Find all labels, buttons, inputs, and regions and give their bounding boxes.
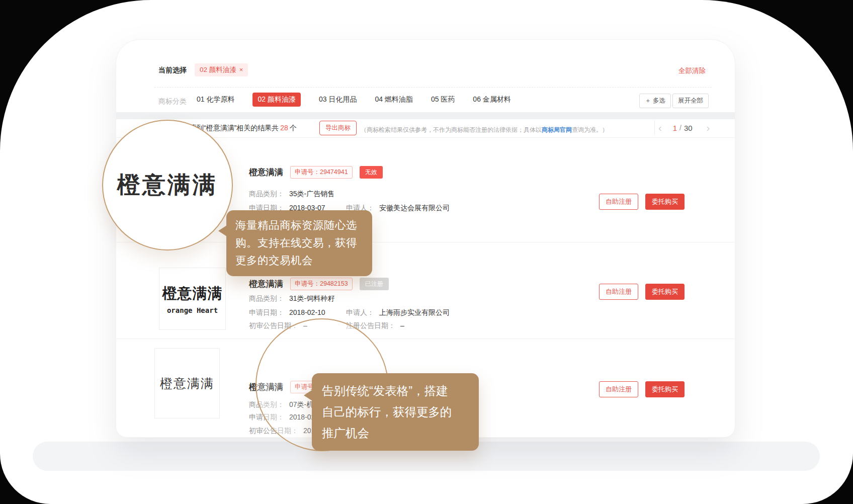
trademark-office-link[interactable]: 商标局官网: [542, 126, 572, 133]
applicant-value: 上海雨步实业有限公司: [379, 308, 450, 316]
category-item-03[interactable]: 03 日化用品: [319, 95, 357, 104]
application-number-tag: 申请号：29474941: [290, 166, 353, 179]
applicant-label: 申请人：: [346, 308, 374, 316]
next-page-icon[interactable]: ›: [707, 123, 710, 133]
row-2-date-line: 申请日期：2018-02-10 申请人：上海雨步实业有限公司: [249, 308, 325, 317]
category-item-04[interactable]: 04 燃料油脂: [375, 95, 412, 104]
close-icon[interactable]: ×: [239, 66, 243, 73]
selected-filter-tag-label: 02 颜料油漆: [200, 66, 236, 73]
current-page: 1: [673, 124, 677, 132]
row-1-category-line: 商品类别：35类-广告销售: [249, 190, 334, 199]
apply-date-value: 2018-02-10: [289, 308, 325, 316]
category-label: 商品类别：: [249, 190, 284, 198]
trademark-image[interactable]: 橙意满满: [154, 348, 220, 418]
category-value: 35类-广告销售: [289, 190, 334, 198]
expand-all-button[interactable]: 展开全部: [672, 94, 709, 108]
status-badge-registered: 已注册: [360, 278, 389, 290]
current-selection-label: 当前选择: [158, 66, 187, 75]
application-number-label: 申请号：: [295, 169, 320, 176]
trademark-name[interactable]: 橙意满满: [249, 278, 283, 290]
row-3-actions: 自助注册 委托购买: [599, 381, 685, 397]
results-count: 28: [280, 124, 288, 132]
results-summary-unit: 个: [290, 124, 297, 132]
category-item-05[interactable]: 05 医药: [431, 95, 455, 104]
application-number-tag: 申请号：29482153: [290, 278, 353, 290]
total-pages: 30: [684, 124, 693, 132]
application-number-value: 29474941: [320, 169, 348, 176]
row-2-actions: 自助注册 委托购买: [599, 284, 685, 300]
status-badge-invalid: 无效: [360, 166, 383, 179]
disclaimer-prefix: （商标检索结果仅供参考，不作为商标能否注册的法律依据；具体以: [361, 126, 542, 133]
trademark-image[interactable]: 橙意满满 orange Heart: [159, 268, 226, 330]
application-number-label: 申请号：: [295, 280, 320, 287]
page: 当前选择 02 颜料油漆× 全部清除 商标分类 01 化学原料 02 颜料油漆 …: [0, 0, 853, 504]
tooltip-line: 购。支持在线交易，获得: [235, 234, 363, 252]
trademark-name[interactable]: 橙意满满: [249, 166, 283, 178]
disclaimer-suffix: 查询为准。）: [572, 126, 608, 133]
dashed-divider: [154, 87, 712, 88]
tooltip-line: 海量精品商标资源随心选: [235, 217, 363, 234]
entrust-buy-button[interactable]: 委托购买: [645, 194, 685, 210]
category-nav: 01 化学原料 02 颜料油漆 03 日化用品 04 燃料油脂 05 医药 06…: [197, 93, 511, 107]
tooltip-line: 推广机会: [322, 423, 469, 444]
pagination: ‹ 1 / 30 ›: [658, 121, 710, 134]
self-register-button[interactable]: 自助注册: [599, 381, 638, 397]
self-register-button[interactable]: 自助注册: [599, 284, 638, 300]
apply-date-label: 申请日期：: [249, 308, 284, 316]
disclaimer: （商标检索结果仅供参考，不作为商标能否注册的法律依据；具体以商标局官网查询为准。…: [361, 126, 608, 134]
category-label: 商品类别：: [249, 294, 284, 302]
reg-notice-value: –: [400, 321, 404, 329]
category-value: 31类-饲料种籽: [289, 294, 334, 302]
row-2-applicant: 申请人：上海雨步实业有限公司: [346, 308, 450, 317]
entrust-buy-button[interactable]: 委托购买: [645, 381, 685, 397]
panel-gap: [116, 112, 735, 119]
export-trademark-button[interactable]: 导出商标: [319, 121, 357, 135]
tooltip-line: 告别传统“发表格”，搭建: [322, 380, 469, 401]
applicant-value: 安徽美达会展有限公司: [379, 204, 450, 212]
prev-page-icon[interactable]: ‹: [658, 123, 662, 133]
row-1-actions: 自助注册 委托购买: [599, 194, 685, 210]
magnifier-circle-1: 橙意满满: [102, 120, 233, 250]
magnified-trademark-text: 橙意满满: [117, 170, 218, 201]
multi-select-button[interactable]: ＋ 多选: [639, 94, 671, 108]
row-2-category-line: 商品类别：31类-饲料种籽: [249, 294, 334, 303]
page-separator: /: [679, 124, 681, 132]
selected-filter-tag[interactable]: 02 颜料油漆×: [195, 63, 248, 76]
entrust-buy-button[interactable]: 委托购买: [645, 284, 685, 300]
tooltip-promotion: 告别传统“发表格”，搭建 自己的标行，获得更多的 推广机会: [312, 373, 479, 451]
category-item-01[interactable]: 01 化学原料: [197, 95, 234, 104]
trademark-image-text: 橙意满满: [160, 375, 214, 392]
tooltip-line: 更多的交易机会: [235, 252, 363, 270]
clear-all-button[interactable]: 全部清除: [678, 66, 706, 75]
self-register-button[interactable]: 自助注册: [599, 194, 638, 210]
tooltip-line: 自己的标行，获得更多的: [322, 401, 469, 423]
result-row-2: 橙意满满 orange Heart 橙意满满 申请号：29482153 已注册 …: [116, 242, 735, 339]
tooltip-marketplace: 海量精品商标资源随心选 购。支持在线交易，获得 更多的交易机会: [226, 210, 372, 276]
trademark-image-subtext: orange Heart: [167, 306, 218, 314]
header-divider: [654, 120, 655, 135]
category-nav-label: 商标分类: [158, 97, 187, 106]
category-item-02-selected[interactable]: 02 颜料油漆: [252, 93, 300, 107]
application-number-value: 29482153: [320, 280, 348, 287]
row-1-title-row: 橙意满满 申请号：29474941 无效: [249, 166, 383, 179]
row-2-title-row: 橙意满满 申请号：29482153 已注册: [249, 278, 389, 290]
category-item-06[interactable]: 06 金属材料: [473, 95, 510, 104]
trademark-image-text: 橙意满满: [162, 284, 223, 304]
